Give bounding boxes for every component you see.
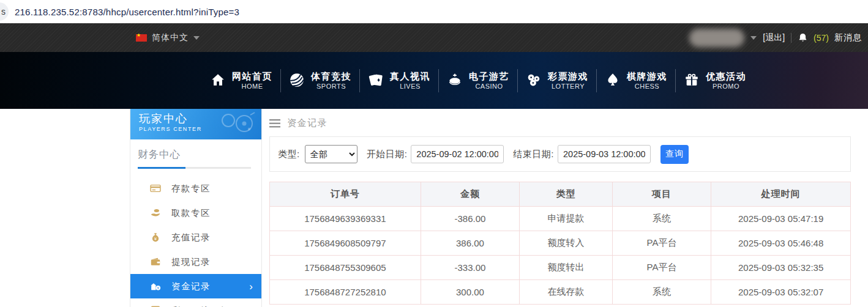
messages-button[interactable]: (57) 新消息 (798, 32, 862, 43)
end-date-label: 结束日期: (513, 149, 554, 160)
nav-subtitle: LOTTERY (552, 82, 585, 91)
nav-item-casino[interactable]: 电子游艺CASINO (439, 70, 517, 91)
main-navigation: 网站首页HOME 体育竞技SPORTS 真人视讯LIVES 电子游艺CASINO… (0, 52, 868, 109)
sidebar-section: 财务中心 (130, 139, 261, 169)
lottery-balls-icon (526, 72, 542, 88)
account-controls: [退出] (57) 新消息 (689, 29, 862, 47)
nav-subtitle: CHESS (635, 82, 659, 91)
players-center-sidebar: 玩家中心 PLAYERS CENTER 财务中心 存款专区 取款专区 (130, 109, 262, 307)
sidebar-item-label: 存款专区 (171, 183, 211, 194)
sidebar-item-label: 资金记录 (171, 281, 211, 292)
sports-ball-icon (289, 72, 305, 88)
cell-type: 申请提款 (520, 207, 613, 231)
cell-type: 额度转出 (520, 256, 613, 280)
col-process-time: 处理时间 (711, 182, 851, 207)
bank-card-icon (150, 183, 161, 194)
cell-item: PA平台 (612, 231, 711, 256)
query-button[interactable]: 查询 (660, 145, 689, 164)
language-selector[interactable]: 简体中文 (136, 32, 200, 43)
nav-title: 优惠活动 (706, 70, 746, 83)
chevron-right-icon: › (249, 281, 253, 292)
nav-title: 棋牌游戏 (627, 70, 667, 83)
sidebar-item-label: 提现记录 (171, 256, 211, 268)
nav-item-promo[interactable]: 优惠活动PROMO (676, 70, 754, 91)
nav-subtitle: HOME (242, 82, 263, 91)
start-date-label: 开始日期: (367, 149, 408, 160)
sidebar-item-withdraw[interactable]: 取款专区 (130, 201, 261, 225)
table-row: 1756849608509797 386.00 额度转入 PA平台 2025-0… (270, 231, 851, 256)
breadcrumb: 资金记录 (269, 117, 851, 129)
col-amount: 金额 (421, 182, 519, 207)
sidebar-item-withdrawal-record[interactable]: 提现记录 (130, 250, 261, 274)
chevron-down-icon (193, 36, 200, 40)
sidebar-item-label: 取款专区 (171, 207, 211, 219)
spade-icon (605, 72, 621, 88)
favicon-icon: s (0, 2, 9, 21)
svg-text:¥: ¥ (154, 237, 157, 242)
cell-item: PA平台 (612, 256, 711, 280)
gamepad-icon (214, 111, 258, 139)
nav-item-lottery[interactable]: 彩票游戏LOTTERY (518, 70, 596, 91)
message-count: (57) (814, 33, 829, 43)
nav-title: 电子游艺 (469, 70, 509, 83)
table-header-row: 订单号 金额 类型 项目 处理时间 (270, 182, 851, 207)
cell-amount: 300.00 (421, 280, 519, 305)
nav-item-home[interactable]: 网站首页HOME (202, 70, 280, 91)
divider (791, 33, 791, 43)
end-date-input[interactable] (558, 145, 651, 163)
col-type: 类型 (520, 182, 613, 207)
gift-icon (684, 72, 700, 88)
cell-order-no: 1756849608509797 (270, 231, 421, 256)
hand-coin-icon (150, 207, 161, 218)
language-label: 简体中文 (152, 32, 189, 43)
url-text[interactable]: 216.118.235.52:8783/hhcp/usercenter.html… (15, 7, 239, 17)
start-date-input[interactable] (411, 145, 504, 163)
svg-text:¥: ¥ (157, 286, 160, 290)
menu-hamburger-icon[interactable] (269, 119, 280, 128)
sidebar-item-label: 彩票下注明细 (171, 305, 230, 307)
sidebar-header: 玩家中心 PLAYERS CENTER (130, 109, 261, 139)
type-label: 类型: (278, 149, 300, 160)
cell-process-time: 2025-09-03 05:32:07 (711, 280, 851, 305)
cell-type: 额度转入 (520, 231, 613, 256)
nav-title: 真人视讯 (390, 70, 430, 83)
nav-title: 网站首页 (232, 70, 272, 83)
cell-amount: -386.00 (421, 207, 519, 231)
logout-button[interactable]: [退出] (763, 32, 785, 43)
account-topbar: 简体中文 [退出] (57) 新消息 (0, 23, 868, 52)
section-title: 财务中心 (138, 148, 252, 161)
cell-process-time: 2025-09-03 05:32:35 (711, 256, 851, 280)
type-select[interactable]: 全部 (305, 145, 357, 163)
sidebar-item-funds-record[interactable]: ¥ 资金记录 › (130, 274, 261, 298)
nav-item-lives[interactable]: 真人视讯LIVES (360, 70, 438, 91)
chevron-down-icon (750, 36, 757, 40)
nav-subtitle: CASINO (475, 82, 503, 91)
sidebar-item-recharge-record[interactable]: ¥ 充值记录 (130, 225, 261, 250)
nav-subtitle: PROMO (713, 82, 739, 91)
sidebar-item-lottery-bet-detail[interactable]: 彩票下注明细 (130, 298, 261, 307)
nav-item-chess[interactable]: 棋牌游戏CHESS (597, 70, 675, 91)
main-content: 资金记录 类型: 全部 开始日期: 结束日期: 查询 订单号 金额 类型 项目 (269, 109, 851, 305)
cell-item: 系统 (612, 207, 711, 231)
table-row: 1756848727252810 300.00 在线存款 系统 2025-09-… (270, 280, 851, 305)
wallet-icon (150, 256, 161, 267)
coin-house-icon: ¥ (150, 281, 161, 292)
cell-process-time: 2025-09-03 05:46:48 (711, 231, 851, 256)
browser-url-bar[interactable]: s 216.118.235.52:8783/hhcp/usercenter.ht… (0, 0, 868, 23)
table-row: 1756848755309605 -333.00 额度转出 PA平台 2025-… (270, 256, 851, 280)
playing-cards-icon (368, 72, 384, 88)
nav-subtitle: SPORTS (316, 82, 346, 91)
filter-panel: 类型: 全部 开始日期: 结束日期: 查询 (269, 136, 851, 172)
money-bag-icon: ¥ (150, 232, 161, 243)
nav-title: 彩票游戏 (548, 70, 588, 83)
roulette-icon (447, 72, 463, 88)
cell-order-no: 1756848727252810 (270, 280, 421, 305)
home-icon (210, 72, 226, 88)
message-label: 新消息 (834, 32, 862, 43)
username-blurred[interactable] (689, 29, 744, 47)
sidebar-item-label: 充值记录 (171, 232, 211, 243)
nav-item-sports[interactable]: 体育竞技SPORTS (281, 70, 359, 91)
sidebar-item-deposit[interactable]: 存款专区 (130, 176, 261, 201)
table-row: 1756849639369331 -386.00 申请提款 系统 2025-09… (270, 207, 851, 231)
sidebar-menu: 存款专区 取款专区 ¥ 充值记录 提现记录 (130, 176, 261, 307)
